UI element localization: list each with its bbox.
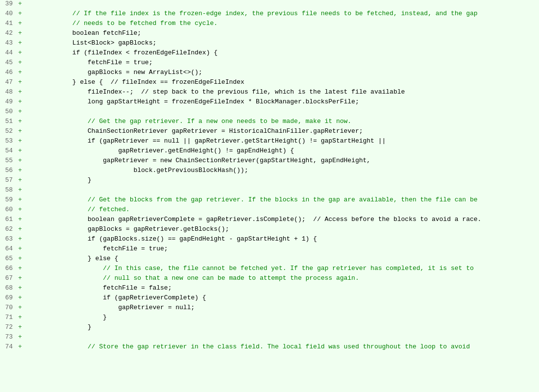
code-line: 54+ gapRetriever.getEndHeight() != gapEn… [0,147,539,157]
line-number: 57 [0,176,16,184]
line-marker: + [16,186,24,194]
code-line: 72+ } [0,323,539,333]
line-number: 43 [0,39,16,47]
line-content: if (gapRetrieverComplete) { [24,294,206,301]
line-number: 54 [0,147,16,154]
code-line: 64+ fetchFile = true; [0,245,539,255]
line-content: } [24,323,92,331]
line-marker: + [16,196,24,203]
line-marker: + [16,88,24,96]
code-line: 74+ // Store the gap retriever in the cl… [0,343,539,353]
line-marker: + [16,225,24,233]
code-line: 59+ // Get the blocks from the gap retri… [0,196,539,206]
line-number: 68 [0,284,16,292]
line-number: 41 [0,20,16,27]
line-number: 44 [0,49,16,56]
code-line: 41+ // needs to be fetched from the cycl… [0,20,539,29]
line-marker: + [16,20,24,27]
line-marker: + [16,235,24,243]
line-number: 64 [0,245,16,252]
code-line: 39+ [0,0,539,10]
code-line: 67+ // null so that a new one can be mad… [0,274,539,284]
line-number: 72 [0,323,16,331]
line-marker: + [16,108,24,115]
code-line: 52+ ChainSectionRetriever gapRetriever =… [0,127,539,137]
line-marker: + [16,0,24,7]
code-line: 43+ List<Block> gapBlocks; [0,39,539,49]
line-number: 70 [0,304,16,311]
line-marker: + [16,206,24,213]
code-line: 62+ gapBlocks = gapRetriever.getBlocks()… [0,225,539,235]
line-marker: + [16,127,24,135]
line-content: gapRetriever = new ChainSectionRetriever… [24,157,370,164]
line-marker: + [16,284,24,292]
line-marker: + [16,265,24,272]
line-number: 48 [0,88,16,96]
line-content: gapRetriever = null; [24,304,195,311]
code-line: 51+ // Get the gap retriever. If a new o… [0,118,539,127]
line-content: boolean gapRetrieverComplete = gapRetrie… [24,216,481,223]
line-marker: + [16,167,24,174]
line-content: gapBlocks = new ArrayList<>(); [24,69,202,76]
line-content: if (fileIndex < frozenEdgeFileIndex) { [24,49,218,56]
line-number: 47 [0,78,16,86]
line-marker: + [16,314,24,321]
line-marker: + [16,176,24,184]
code-line: 42+ boolean fetchFile; [0,29,539,39]
line-content: // Get the blocks from the gap retriever… [24,196,478,203]
line-number: 74 [0,343,16,350]
line-number: 39 [0,0,16,7]
line-marker: + [16,98,24,105]
line-number: 52 [0,127,16,135]
code-line: 57+ } [0,176,539,186]
line-number: 69 [0,294,16,301]
line-number: 59 [0,196,16,203]
line-marker: + [16,343,24,350]
code-line: 45+ fetchFile = true; [0,59,539,69]
line-marker: + [16,255,24,262]
code-line: 49+ long gapStartHeight = frozenEdgeFile… [0,98,539,108]
line-marker: + [16,49,24,56]
line-marker: + [16,216,24,223]
line-content: ChainSectionRetriever gapRetriever = His… [24,127,363,135]
line-number: 42 [0,29,16,37]
line-number: 62 [0,225,16,233]
line-number: 40 [0,10,16,17]
line-number: 49 [0,98,16,105]
line-content: // Store the gap retriever in the class … [24,343,470,350]
code-line: 60+ // fetched. [0,206,539,216]
line-marker: + [16,323,24,331]
code-line: 40+ // If the file index is the frozen-e… [0,10,539,20]
line-number: 55 [0,157,16,164]
line-number: 73 [0,333,16,341]
line-content: gapBlocks = gapRetriever.getBlocks(); [24,225,229,233]
code-line: 68+ fetchFile = false; [0,284,539,294]
line-marker: + [16,59,24,66]
line-marker: + [16,10,24,17]
line-content: List<Block> gapBlocks; [24,39,156,47]
line-content: long gapStartHeight = frozenEdgeFileInde… [24,98,359,105]
line-number: 60 [0,206,16,213]
line-marker: + [16,304,24,311]
code-line: 71+ } [0,314,539,323]
code-line: 61+ boolean gapRetrieverComplete = gapRe… [0,216,539,225]
line-marker: + [16,29,24,37]
line-number: 71 [0,314,16,321]
line-number: 45 [0,59,16,66]
line-number: 63 [0,235,16,243]
line-number: 58 [0,186,16,194]
code-line: 73+ [0,333,539,343]
line-marker: + [16,39,24,47]
line-number: 53 [0,137,16,145]
line-content: block.getPreviousBlockHash()); [24,167,248,174]
code-line: 63+ if (gapBlocks.size() == gapEndHeight… [0,235,539,245]
line-marker: + [16,147,24,154]
line-number: 67 [0,274,16,282]
code-line: 55+ gapRetriever = new ChainSectionRetri… [0,157,539,167]
line-number: 50 [0,108,16,115]
line-marker: + [16,69,24,76]
line-content: } [24,176,92,184]
line-marker: + [16,274,24,282]
line-content: } else { [24,255,118,262]
line-number: 56 [0,167,16,174]
